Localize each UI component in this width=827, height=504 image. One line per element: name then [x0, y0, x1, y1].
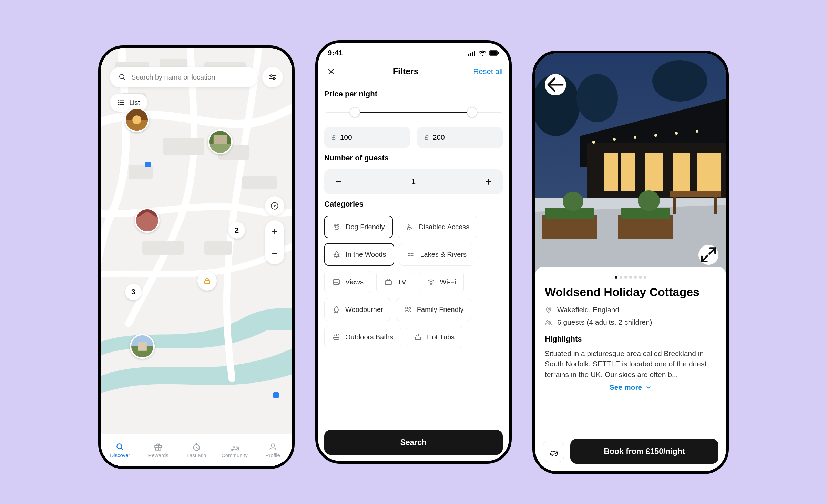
phone-discover: List 2 3 Discover [98, 45, 295, 469]
chip-tv[interactable]: TV [376, 271, 414, 293]
list-toggle-label: List [129, 99, 140, 107]
filters-title: Filters [393, 66, 419, 76]
people-icon [545, 318, 552, 326]
svg-point-78 [576, 74, 618, 122]
svg-rect-55 [474, 51, 475, 56]
filter-button[interactable] [262, 67, 283, 87]
family-icon [404, 305, 412, 314]
svg-point-50 [236, 447, 236, 447]
cellular-icon [468, 50, 476, 56]
map-marker-icon [273, 392, 279, 398]
waves-icon [407, 250, 415, 259]
price-max-input[interactable]: £200 [417, 127, 503, 148]
chip-in-the-woods[interactable]: In the Woods [324, 243, 394, 266]
tab-lastmin[interactable]: % Last Min [177, 434, 216, 466]
compass-button[interactable] [265, 196, 284, 216]
svg-rect-86 [697, 153, 721, 191]
stopwatch-icon: % [192, 442, 201, 451]
svg-point-79 [652, 60, 707, 102]
svg-rect-4 [163, 138, 204, 155]
tab-discover[interactable]: Discover [101, 434, 139, 466]
zoom-in-button[interactable] [265, 220, 284, 242]
price-min-input[interactable]: £100 [324, 127, 410, 148]
profile-icon [268, 442, 277, 451]
chip-wifi[interactable]: Wi-Fi [419, 271, 464, 293]
guest-count: 1 [411, 177, 416, 186]
tab-profile[interactable]: Profile [254, 434, 292, 466]
svg-point-66 [338, 225, 339, 226]
chip-dog-friendly[interactable]: Dog Friendly [324, 216, 393, 238]
arrow-left-icon [545, 74, 566, 95]
lock-icon [203, 277, 211, 285]
locked-pin[interactable] [197, 271, 217, 291]
chip-views[interactable]: Views [324, 271, 371, 293]
back-button[interactable] [545, 74, 566, 95]
tab-bar: Discover Rewards % Last Min Community Pr… [101, 434, 292, 466]
close-icon [327, 67, 335, 76]
close-button[interactable] [324, 67, 338, 76]
property-pin[interactable] [124, 107, 149, 132]
svg-text:%: % [197, 447, 200, 450]
cluster-marker[interactable]: 2 [228, 222, 245, 239]
expand-button[interactable] [698, 245, 718, 265]
chip-lakes-rivers[interactable]: Lakes & Rivers [399, 243, 474, 266]
categories-label: Categories [324, 200, 503, 209]
svg-rect-95 [670, 191, 721, 197]
map-marker-icon [145, 162, 151, 167]
svg-rect-33 [205, 281, 210, 284]
svg-point-109 [549, 321, 551, 323]
tv-icon [384, 278, 392, 286]
guest-decrement[interactable] [329, 172, 348, 191]
zoom-out-button[interactable] [265, 242, 284, 264]
tree-icon [333, 250, 341, 259]
svg-point-93 [563, 192, 583, 211]
chip-outdoor-baths[interactable]: Outdoors Baths [324, 326, 401, 348]
svg-rect-32 [138, 342, 147, 351]
see-more-button[interactable]: See more [545, 383, 716, 391]
chip-disabled-access[interactable]: Disabled Access [398, 216, 477, 238]
guest-stepper: 1 [324, 169, 503, 194]
chip-woodburner[interactable]: Woodburner [324, 298, 391, 321]
svg-rect-82 [604, 153, 618, 191]
category-grid: Dog Friendly Disabled Access In the Wood… [324, 216, 503, 348]
reset-button[interactable]: Reset all [473, 67, 503, 76]
search-input[interactable] [131, 73, 249, 81]
cluster-marker[interactable]: 3 [125, 284, 142, 300]
property-pin[interactable] [208, 129, 233, 154]
chat-button[interactable] [543, 441, 564, 462]
svg-point-72 [431, 284, 431, 285]
slider-thumb-min[interactable] [350, 107, 360, 117]
svg-rect-57 [490, 51, 497, 55]
gift-icon [154, 442, 163, 451]
slider-thumb-max[interactable] [467, 107, 477, 117]
property-pin[interactable] [135, 208, 160, 233]
svg-line-11 [123, 78, 125, 80]
svg-line-105 [709, 248, 715, 254]
svg-point-10 [120, 74, 124, 79]
hero-image[interactable] [535, 53, 726, 274]
tab-rewards[interactable]: Rewards [139, 434, 177, 466]
price-label: Price per night [324, 90, 503, 98]
svg-point-99 [613, 138, 616, 141]
carousel-dots[interactable] [545, 276, 716, 279]
paw-icon [333, 223, 341, 231]
chip-hot-tubs[interactable]: Hot Tubs [406, 326, 462, 348]
search-bar[interactable] [110, 67, 257, 87]
property-pin[interactable] [130, 334, 155, 359]
guest-increment[interactable] [479, 172, 498, 191]
svg-point-64 [334, 225, 336, 226]
tab-community[interactable]: Community [215, 434, 254, 466]
status-bar: 9:41 [318, 43, 509, 63]
minus-icon [334, 178, 343, 186]
price-slider[interactable] [326, 105, 501, 119]
chevron-down-icon [645, 384, 652, 390]
svg-rect-58 [498, 52, 499, 54]
book-button[interactable]: Book from £150/night [570, 439, 718, 464]
sliders-icon [268, 73, 277, 82]
svg-line-40 [121, 448, 123, 450]
tab-label: Rewards [148, 452, 169, 458]
svg-point-15 [273, 78, 275, 80]
chip-family-friendly[interactable]: Family Friendly [396, 298, 472, 321]
svg-rect-9 [204, 241, 232, 255]
search-button[interactable]: Search [324, 430, 503, 455]
